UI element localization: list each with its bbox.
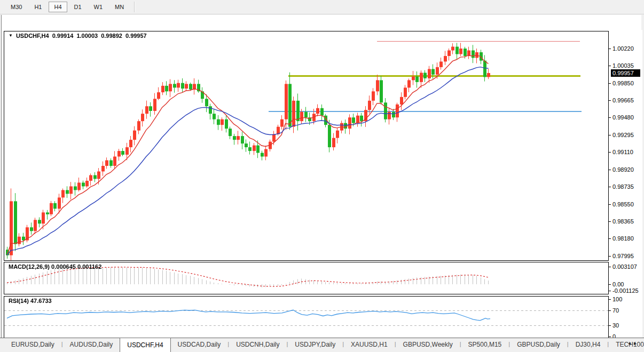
tab-eurusd-daily[interactable]: EURUSD,Daily (4, 338, 61, 352)
macd-axis-label: -0.001125 (612, 287, 639, 294)
timeframe-button-m30[interactable]: M30 (5, 2, 27, 12)
rsi-axis-label: 30 (612, 322, 619, 329)
macd-axis-label: 0.00 (612, 281, 624, 287)
axis-tick (609, 49, 611, 49)
rsi-canvas[interactable] (4, 297, 608, 339)
price-axis-label: 0.99850 (612, 80, 634, 86)
price-axis-label: 0.98365 (612, 218, 634, 225)
rsi-axis-label: 70 (612, 307, 619, 314)
axis-tick (609, 100, 611, 101)
rsi-axis-label: 100 (612, 296, 622, 302)
axis-tick (609, 66, 611, 66)
price-axis-label: 1.00035 (612, 62, 634, 69)
axis-tick (609, 135, 611, 135)
price-axis-label: 1.00220 (612, 45, 634, 52)
axis-tick (609, 267, 611, 267)
symbol-label: USDCHF,H4 (16, 33, 49, 39)
timeframe-button-d1[interactable]: D1 (69, 2, 87, 12)
macd-value: 0.000645 (51, 263, 76, 270)
price-axis-label: 0.98735 (612, 183, 634, 190)
price-axis-label: 0.98550 (612, 201, 634, 207)
axis-tick (609, 117, 611, 118)
timeframe-button-h4[interactable]: H4 (49, 2, 67, 12)
macd-panel: MACD(12,26,9) 0.000645 0.001162 (4, 262, 609, 294)
timeframe-button-w1[interactable]: W1 (89, 2, 108, 12)
chart-title: ▼ USDCHF,H4 0.99914 1.00003 0.99892 0.99… (9, 33, 147, 39)
price-axis-label: 0.99295 (612, 132, 634, 138)
axis-tick (609, 238, 611, 239)
toolbar-separator (134, 2, 135, 12)
price-axis-label: 0.99665 (612, 97, 634, 103)
ohlc-low: 0.99892 (101, 33, 122, 39)
rsi-panel: RSI(14) 47.6733 (4, 296, 609, 339)
macd-label: MACD(12,26,9) 0.000645 0.001162 (9, 263, 101, 270)
macd-signal-value: 0.001162 (77, 263, 101, 270)
axis-tick (609, 284, 611, 285)
tab-scroll-right-icon[interactable]: ▸ (634, 340, 640, 346)
macd-axis-label: 0.003107 (612, 263, 637, 270)
price-axis-label: 0.99480 (612, 114, 634, 121)
price-axis: 1.002201.000350.998500.996650.994800.992… (609, 30, 642, 352)
rsi-value: 47.6733 (30, 298, 52, 304)
axis-tick (609, 83, 611, 84)
axis-tick (609, 325, 611, 326)
symbol-dropdown-icon[interactable]: ▼ (9, 33, 13, 38)
axis-tick (609, 337, 611, 337)
tab-dj30-h4[interactable]: DJ30,H4 (569, 338, 608, 352)
ohlc-close: 0.99957 (125, 33, 147, 39)
ohlc-high: 1.00003 (76, 33, 98, 39)
axis-tick (609, 256, 611, 257)
tab-scroll-left-icon[interactable]: ◂ (628, 340, 634, 346)
tab-sp500-m15[interactable]: SP500,M15 (461, 338, 509, 352)
price-axis-label: 0.97995 (612, 253, 634, 259)
axis-tick (609, 152, 611, 153)
axis-tick (609, 204, 611, 205)
main-chart-panel: ▼ USDCHF,H4 0.99914 1.00003 0.99892 0.99… (4, 31, 609, 261)
timeframe-button-mn[interactable]: MN (109, 2, 129, 12)
price-axis-label: 0.99110 (612, 149, 633, 155)
current-price-tag: 0.99957 (611, 69, 640, 77)
rsi-label: RSI(14) 47.6733 (9, 298, 52, 304)
price-axis-label: 0.98920 (612, 166, 634, 173)
tab-gbpusd-daily[interactable]: GBPUSD,Daily (510, 338, 567, 352)
main-chart-canvas[interactable] (4, 31, 608, 260)
axis-tick (609, 170, 611, 170)
tab-scroll-arrows: ◂▸ (628, 340, 640, 346)
tab-usdchf-h4[interactable]: USDCHF,H4 (120, 338, 170, 352)
chart-window: ▼ USDCHF,H4 0.99914 1.00003 0.99892 0.99… (1, 15, 641, 338)
chart-tabs: EURUSD,Daily|AUDUSD,DailyUSDCHF,H4USDCAD… (0, 338, 644, 352)
tab-xauusd-h1[interactable]: XAUUSD,H1 (344, 338, 395, 352)
timeframe-toolbar: M30H1H4D1W1MN (0, 0, 644, 14)
axis-tick (609, 291, 611, 291)
axis-tick (609, 221, 611, 222)
tab-gbpusd-weekly[interactable]: GBPUSD,Weekly (396, 338, 460, 352)
ohlc-open: 0.99914 (52, 33, 74, 39)
mt4-window: M30H1H4D1W1MN ▼ USDCHF,H4 0.99914 1.0000… (0, 0, 644, 352)
tab-usdcnh-daily[interactable]: USDCNH,Daily (229, 338, 286, 352)
timeframe-button-h1[interactable]: H1 (29, 2, 47, 12)
axis-tick (609, 310, 611, 311)
tab-usdcad-daily[interactable]: USDCAD,Daily (171, 338, 228, 352)
tab-audusd-daily[interactable]: AUDUSD,Daily (63, 338, 120, 352)
tab-usdjpy-daily[interactable]: USDJPY,Daily (288, 338, 342, 352)
price-axis-label: 0.98180 (612, 235, 634, 242)
axis-tick (609, 187, 611, 187)
axis-tick (609, 299, 611, 300)
